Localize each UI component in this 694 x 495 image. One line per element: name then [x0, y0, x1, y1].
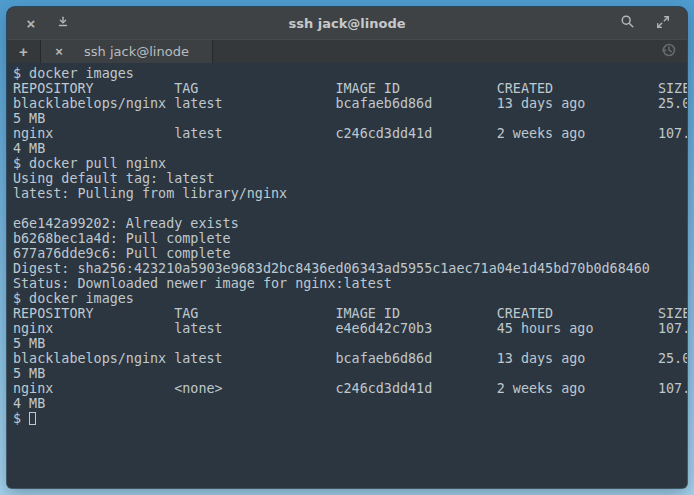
download-button[interactable]: [51, 11, 75, 35]
prompt-line: $: [13, 411, 687, 426]
expand-icon: [656, 15, 670, 32]
fullscreen-button[interactable]: [651, 11, 675, 35]
tab-ssh-session[interactable]: × ssh jack@linode: [41, 40, 213, 63]
titlebar[interactable]: × ssh jack@linode: [7, 7, 687, 39]
tabbar: + × ssh jack@linode: [7, 39, 687, 63]
close-icon: ×: [55, 44, 63, 59]
terminal-cursor: [29, 412, 36, 425]
terminal-screen[interactable]: $ docker images REPOSITORY TAG IMAGE ID …: [7, 63, 687, 488]
window-title: ssh jack@linode: [7, 16, 687, 31]
close-window-button[interactable]: ×: [19, 11, 43, 35]
history-icon: [661, 42, 677, 61]
search-button[interactable]: [615, 11, 639, 35]
close-icon: ×: [27, 15, 36, 32]
tab-label: ssh jack@linode: [69, 44, 204, 59]
download-icon: [56, 15, 70, 32]
terminal-output: $ docker images REPOSITORY TAG IMAGE ID …: [13, 66, 687, 411]
history-button[interactable]: [659, 42, 679, 62]
new-tab-button[interactable]: +: [7, 40, 41, 63]
terminal-window: × ssh jack@linode: [7, 7, 687, 488]
tab-close-button[interactable]: ×: [49, 44, 69, 59]
desktop-background: × ssh jack@linode: [0, 0, 694, 495]
shell-prompt: $: [13, 411, 21, 426]
search-icon: [620, 14, 635, 32]
plus-icon: +: [19, 43, 28, 60]
